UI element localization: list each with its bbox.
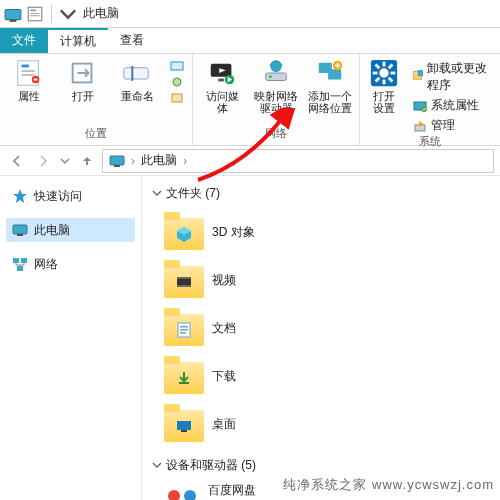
svg-rect-7 [22, 65, 30, 68]
svg-rect-8 [22, 70, 35, 72]
breadcrumb-bar[interactable]: › 此电脑 › [102, 149, 494, 173]
folder-icon [164, 308, 204, 348]
nav-network[interactable]: 网络 [6, 252, 135, 276]
svg-rect-47 [17, 234, 23, 236]
svg-point-29 [380, 68, 389, 77]
manage-button[interactable]: 管理 [413, 117, 492, 134]
nav-quick-access[interactable]: 快速访问 [6, 184, 135, 208]
folder-icon [164, 404, 204, 444]
svg-rect-61 [177, 421, 191, 430]
tab-view[interactable]: 查看 [108, 28, 156, 53]
group-label-location: 位置 [85, 126, 107, 143]
folder-icon [164, 260, 204, 300]
open-icon [68, 58, 98, 88]
content-pane: 文件夹 (7) 3D 对象视频文档下载桌面 设备和驱动器 (5) 百度网盘双击运… [142, 176, 500, 500]
manage-icon [413, 119, 427, 133]
chevron-down-icon [152, 188, 162, 198]
manage-label: 管理 [431, 117, 455, 134]
drive-icon [164, 482, 200, 500]
svg-rect-49 [21, 258, 27, 263]
sys-props-label: 系统属性 [431, 97, 479, 114]
properties-button[interactable]: 属性 [8, 58, 50, 102]
star-icon [12, 188, 28, 204]
section-drives-header[interactable]: 设备和驱动器 (5) [152, 454, 496, 476]
access-media-icon [207, 58, 237, 88]
svg-rect-11 [34, 79, 38, 81]
rename-button[interactable]: 重命名 [116, 58, 158, 102]
svg-rect-57 [180, 326, 188, 328]
nav-this-pc[interactable]: 此电脑 [6, 218, 135, 242]
map-drive-button[interactable]: 映射网络 驱动器 [255, 58, 297, 114]
qat-divider [51, 5, 52, 23]
uninstall-programs-button[interactable]: 卸载或更改程序 [413, 60, 492, 94]
open-button[interactable]: 打开 [62, 58, 104, 102]
section-folders-header[interactable]: 文件夹 (7) [152, 182, 496, 204]
svg-point-64 [184, 490, 196, 500]
svg-rect-39 [417, 70, 423, 76]
svg-rect-9 [22, 74, 35, 76]
add-net-location-button[interactable]: 添加一个 网络位置 [309, 58, 351, 114]
navigation-pane: 快速访问 此电脑 网络 [0, 176, 142, 500]
svg-rect-4 [31, 12, 40, 13]
system-properties-button[interactable]: 系统属性 [413, 97, 492, 114]
access-media-button[interactable]: 访问媒体 [201, 58, 243, 114]
ribbon: 属性 打开 重命名 位置 [0, 54, 500, 146]
folder-label: 桌面 [212, 416, 236, 433]
folder-item[interactable]: 下载 [164, 354, 314, 398]
folder-label: 下载 [212, 368, 236, 385]
svg-point-41 [421, 106, 427, 112]
nav-quick-label: 快速访问 [34, 188, 82, 205]
folder-item[interactable]: 文档 [164, 306, 314, 350]
svg-rect-26 [328, 69, 341, 79]
sys-props-icon [413, 99, 427, 113]
title-bar: 此电脑 [0, 0, 500, 28]
folder-label: 文档 [212, 320, 236, 337]
section-folders-label: 文件夹 (7) [166, 185, 220, 202]
nav-forward-button[interactable] [32, 150, 54, 172]
qat-properties-icon[interactable] [26, 5, 44, 23]
uninstall-label: 卸载或更改程序 [427, 60, 492, 94]
svg-rect-48 [13, 258, 19, 263]
folders-grid: 3D 对象视频文档下载桌面 [152, 204, 496, 454]
qat-customize-icon[interactable] [59, 5, 77, 23]
mini-icon-2[interactable] [170, 76, 184, 88]
svg-rect-60 [179, 382, 189, 384]
mini-icon-1[interactable] [170, 60, 184, 72]
folder-label: 3D 对象 [212, 224, 255, 241]
properties-label: 属性 [18, 90, 40, 102]
quick-access-toolbar [4, 5, 77, 23]
folder-label: 视频 [212, 272, 236, 289]
ribbon-tabs: 文件 计算机 查看 [0, 28, 500, 54]
svg-rect-43 [110, 156, 124, 165]
nav-up-button[interactable] [76, 150, 98, 172]
folder-item[interactable]: 视频 [164, 258, 314, 302]
tab-computer[interactable]: 计算机 [48, 28, 108, 53]
open-settings-button[interactable]: 打开 设置 [368, 58, 401, 114]
svg-rect-17 [172, 94, 182, 102]
breadcrumb-root[interactable]: 此电脑 [141, 152, 177, 169]
settings-gear-icon [369, 58, 399, 88]
ribbon-group-system: 打开 设置 卸载或更改程序 系统属性 管理 系统 [360, 54, 500, 145]
pc-icon [12, 222, 28, 238]
folder-item[interactable]: 3D 对象 [164, 210, 314, 254]
chevron-down-icon [152, 460, 162, 470]
group-label-network: 网络 [265, 126, 287, 143]
nav-back-button[interactable] [6, 150, 28, 172]
location-mini-icons [170, 60, 184, 104]
folder-icon [164, 212, 204, 252]
open-settings-label: 打开 设置 [373, 90, 395, 114]
svg-rect-20 [218, 79, 224, 82]
crumb-sep-icon: › [131, 154, 135, 168]
svg-rect-1 [10, 19, 17, 21]
nav-recent-button[interactable] [58, 150, 72, 172]
map-drive-label: 映射网络 驱动器 [254, 90, 298, 114]
access-media-label: 访问媒体 [201, 90, 243, 114]
add-net-location-icon [315, 58, 345, 88]
this-pc-icon [109, 153, 125, 169]
svg-rect-3 [31, 9, 37, 11]
tab-file[interactable]: 文件 [0, 28, 48, 53]
folder-item[interactable]: 桌面 [164, 402, 314, 446]
svg-point-23 [269, 75, 272, 78]
mini-icon-3[interactable] [170, 92, 184, 104]
uninstall-icon [413, 70, 424, 84]
